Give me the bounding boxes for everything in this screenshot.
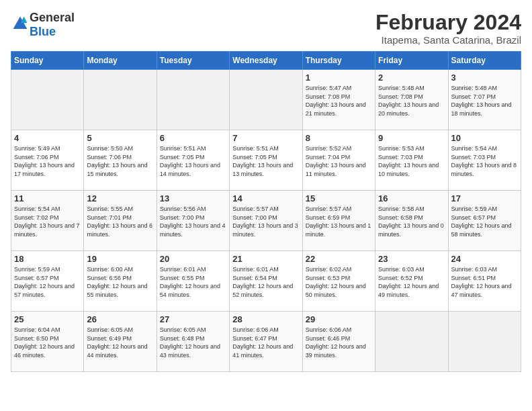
day-number: 9: [378, 133, 445, 143]
calendar-cell: 16Sunrise: 5:58 AM Sunset: 6:58 PM Dayli…: [375, 191, 448, 251]
calendar-cell: 18Sunrise: 5:59 AM Sunset: 6:57 PM Dayli…: [11, 251, 84, 312]
calendar-cell: 11Sunrise: 5:54 AM Sunset: 7:02 PM Dayli…: [11, 191, 84, 251]
day-number: 14: [232, 193, 299, 203]
day-info: Sunrise: 5:48 AM Sunset: 7:07 PM Dayligh…: [451, 84, 518, 118]
day-header-saturday: Saturday: [448, 52, 521, 70]
calendar-cell: 19Sunrise: 6:00 AM Sunset: 6:56 PM Dayli…: [84, 251, 157, 312]
day-number: 13: [160, 193, 226, 203]
week-row-4: 25Sunrise: 6:04 AM Sunset: 6:50 PM Dayli…: [11, 312, 521, 372]
day-header-thursday: Thursday: [302, 52, 375, 70]
day-header-sunday: Sunday: [11, 52, 84, 70]
day-number: 22: [306, 254, 372, 264]
day-header-friday: Friday: [375, 52, 448, 70]
day-info: Sunrise: 6:06 AM Sunset: 6:47 PM Dayligh…: [232, 326, 299, 359]
calendar-cell: [375, 312, 448, 372]
day-info: Sunrise: 5:59 AM Sunset: 6:57 PM Dayligh…: [14, 265, 81, 299]
day-number: 10: [451, 133, 518, 143]
logo-blue-text: Blue: [30, 25, 56, 38]
calendar-cell: 22Sunrise: 6:02 AM Sunset: 6:53 PM Dayli…: [302, 251, 375, 312]
day-info: Sunrise: 6:00 AM Sunset: 6:56 PM Dayligh…: [87, 265, 153, 299]
day-info: Sunrise: 5:49 AM Sunset: 7:06 PM Dayligh…: [14, 144, 81, 178]
day-info: Sunrise: 5:59 AM Sunset: 6:57 PM Dayligh…: [451, 205, 518, 238]
week-row-3: 18Sunrise: 5:59 AM Sunset: 6:57 PM Dayli…: [11, 251, 521, 312]
calendar-cell: 24Sunrise: 6:03 AM Sunset: 6:51 PM Dayli…: [448, 251, 521, 312]
page-title: February 2024: [375, 11, 521, 34]
day-number: 24: [451, 254, 518, 264]
day-number: 6: [160, 133, 226, 143]
calendar-cell: 6Sunrise: 5:51 AM Sunset: 7:05 PM Daylig…: [157, 130, 229, 191]
day-number: 7: [232, 133, 299, 143]
day-info: Sunrise: 6:02 AM Sunset: 6:53 PM Dayligh…: [306, 265, 372, 299]
day-info: Sunrise: 5:57 AM Sunset: 6:59 PM Dayligh…: [306, 205, 372, 238]
calendar-cell: 17Sunrise: 5:59 AM Sunset: 6:57 PM Dayli…: [448, 191, 521, 251]
calendar-cell: 7Sunrise: 5:51 AM Sunset: 7:05 PM Daylig…: [230, 130, 302, 191]
logo-icon: [12, 15, 28, 32]
title-area: February 2024 Itapema, Santa Catarina, B…: [375, 11, 521, 46]
day-info: Sunrise: 6:03 AM Sunset: 6:51 PM Dayligh…: [451, 265, 518, 299]
day-number: 25: [14, 314, 81, 324]
day-info: Sunrise: 6:05 AM Sunset: 6:49 PM Dayligh…: [87, 326, 153, 359]
day-number: 27: [160, 314, 226, 324]
day-info: Sunrise: 6:01 AM Sunset: 6:55 PM Dayligh…: [160, 265, 226, 299]
day-info: Sunrise: 5:52 AM Sunset: 7:04 PM Dayligh…: [306, 144, 372, 178]
day-info: Sunrise: 5:53 AM Sunset: 7:03 PM Dayligh…: [378, 144, 445, 178]
day-info: Sunrise: 5:56 AM Sunset: 7:00 PM Dayligh…: [160, 205, 226, 238]
calendar-cell: 12Sunrise: 5:55 AM Sunset: 7:01 PM Dayli…: [84, 191, 157, 251]
calendar-cell: 9Sunrise: 5:53 AM Sunset: 7:03 PM Daylig…: [375, 130, 448, 191]
day-number: 17: [451, 193, 518, 203]
header: General Blue February 2024 Itapema, Sant…: [11, 11, 521, 46]
day-header-wednesday: Wednesday: [230, 52, 302, 70]
day-number: 11: [14, 193, 81, 203]
day-number: 23: [378, 254, 445, 264]
day-number: 12: [87, 193, 153, 203]
calendar-table: SundayMondayTuesdayWednesdayThursdayFrid…: [11, 51, 521, 372]
day-number: 2: [378, 73, 445, 83]
calendar-cell: 3Sunrise: 5:48 AM Sunset: 7:07 PM Daylig…: [448, 70, 521, 130]
calendar-cell: 26Sunrise: 6:05 AM Sunset: 6:49 PM Dayli…: [84, 312, 157, 372]
day-info: Sunrise: 5:51 AM Sunset: 7:05 PM Dayligh…: [232, 144, 299, 178]
day-number: 3: [451, 73, 518, 83]
calendar-cell: [11, 70, 84, 130]
day-info: Sunrise: 6:03 AM Sunset: 6:52 PM Dayligh…: [378, 265, 445, 299]
calendar-cell: 4Sunrise: 5:49 AM Sunset: 7:06 PM Daylig…: [11, 130, 84, 191]
day-header-monday: Monday: [84, 52, 157, 70]
day-number: 5: [87, 133, 153, 143]
day-number: 29: [306, 314, 372, 324]
calendar-cell: 27Sunrise: 6:05 AM Sunset: 6:48 PM Dayli…: [157, 312, 229, 372]
calendar-cell: [230, 70, 302, 130]
week-row-0: 1Sunrise: 5:47 AM Sunset: 7:08 PM Daylig…: [11, 70, 521, 130]
day-number: 4: [14, 133, 81, 143]
calendar-cell: 23Sunrise: 6:03 AM Sunset: 6:52 PM Dayli…: [375, 251, 448, 312]
calendar-cell: 10Sunrise: 5:54 AM Sunset: 7:03 PM Dayli…: [448, 130, 521, 191]
calendar-cell: 25Sunrise: 6:04 AM Sunset: 6:50 PM Dayli…: [11, 312, 84, 372]
day-info: Sunrise: 5:54 AM Sunset: 7:03 PM Dayligh…: [451, 144, 518, 178]
day-number: 21: [232, 254, 299, 264]
day-info: Sunrise: 5:55 AM Sunset: 7:01 PM Dayligh…: [87, 205, 153, 238]
calendar-cell: [157, 70, 229, 130]
calendar-cell: 13Sunrise: 5:56 AM Sunset: 7:00 PM Dayli…: [157, 191, 229, 251]
calendar-cell: 20Sunrise: 6:01 AM Sunset: 6:55 PM Dayli…: [157, 251, 229, 312]
calendar-cell: [84, 70, 157, 130]
day-info: Sunrise: 5:58 AM Sunset: 6:58 PM Dayligh…: [378, 205, 445, 238]
calendar-header-row: SundayMondayTuesdayWednesdayThursdayFrid…: [11, 52, 521, 70]
day-number: 20: [160, 254, 226, 264]
calendar-cell: 28Sunrise: 6:06 AM Sunset: 6:47 PM Dayli…: [230, 312, 302, 372]
day-number: 15: [306, 193, 372, 203]
day-number: 19: [87, 254, 153, 264]
day-info: Sunrise: 6:05 AM Sunset: 6:48 PM Dayligh…: [160, 326, 226, 359]
logo-general-text: General: [30, 11, 75, 24]
day-info: Sunrise: 6:01 AM Sunset: 6:54 PM Dayligh…: [232, 265, 299, 299]
day-info: Sunrise: 5:50 AM Sunset: 7:06 PM Dayligh…: [87, 144, 153, 178]
logo: General Blue: [11, 11, 75, 39]
page-subtitle: Itapema, Santa Catarina, Brazil: [375, 34, 521, 46]
day-number: 8: [306, 133, 372, 143]
calendar-cell: 5Sunrise: 5:50 AM Sunset: 7:06 PM Daylig…: [84, 130, 157, 191]
day-info: Sunrise: 5:54 AM Sunset: 7:02 PM Dayligh…: [14, 205, 81, 238]
day-number: 18: [14, 254, 81, 264]
calendar-cell: 15Sunrise: 5:57 AM Sunset: 6:59 PM Dayli…: [302, 191, 375, 251]
day-number: 26: [87, 314, 153, 324]
day-info: Sunrise: 6:06 AM Sunset: 6:46 PM Dayligh…: [306, 326, 372, 359]
day-info: Sunrise: 5:51 AM Sunset: 7:05 PM Dayligh…: [160, 144, 226, 178]
calendar-cell: 8Sunrise: 5:52 AM Sunset: 7:04 PM Daylig…: [302, 130, 375, 191]
day-info: Sunrise: 5:57 AM Sunset: 7:00 PM Dayligh…: [232, 205, 299, 238]
